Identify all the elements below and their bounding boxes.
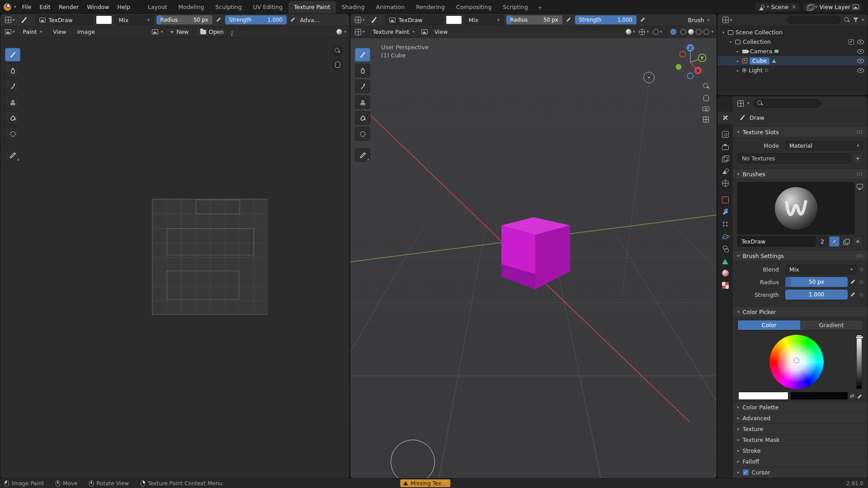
eye-icon[interactable]: [857, 68, 864, 73]
outliner-row-collection[interactable]: ▾ Collection ✓: [717, 37, 868, 47]
radius-slider[interactable]: 50 px: [785, 277, 848, 287]
chevron-down-icon[interactable]: ▾: [14, 5, 16, 9]
tool-smear-button[interactable]: [5, 80, 20, 93]
tool-fill-button[interactable]: [5, 111, 20, 125]
tool-draw-button[interactable]: [355, 48, 370, 61]
tool-smear-button[interactable]: [355, 80, 370, 93]
brush-menu[interactable]: Brush ▾: [684, 15, 713, 25]
secondary-color-swatch[interactable]: [790, 392, 848, 400]
tool-soften-button[interactable]: [355, 64, 370, 77]
display-mode-icon[interactable]: [857, 184, 863, 188]
outliner-row-camera[interactable]: ▸ Camera: [717, 47, 868, 56]
panel-color-palette[interactable]: ▸ Color Palette: [733, 402, 868, 413]
props-tab-tool[interactable]: [717, 112, 733, 124]
tool-mask-button[interactable]: [355, 127, 370, 141]
expand-icon[interactable]: ▸: [736, 59, 740, 63]
props-tab-material[interactable]: [717, 267, 733, 279]
expand-icon[interactable]: ▸: [736, 49, 740, 54]
panel-color-picker-header[interactable]: ▾ Color Picker: [733, 306, 868, 317]
search-icon[interactable]: [844, 17, 850, 23]
props-tab-object[interactable]: [717, 194, 733, 206]
radius-pressure-button[interactable]: [849, 278, 857, 286]
props-tab-scene[interactable]: [717, 165, 733, 177]
workspace-tab-modeling[interactable]: Modeling: [173, 1, 209, 14]
cube-right-face[interactable]: [535, 225, 570, 290]
menu-image[interactable]: Image: [73, 27, 99, 37]
unlink-brush-button[interactable]: ×: [853, 236, 863, 247]
props-tab-constraints[interactable]: [717, 243, 733, 255]
workspace-tab-animation[interactable]: Animation: [370, 1, 410, 14]
brush-datablock-field[interactable]: TexDraw: [35, 15, 93, 25]
light-object-gizmo[interactable]: [643, 72, 655, 83]
menu-help[interactable]: Help: [113, 2, 134, 12]
active-tool-selector-button[interactable]: ▾: [354, 16, 366, 24]
outliner-row-light[interactable]: ▸ Light: [717, 66, 868, 75]
panel-advanced[interactable]: ▸ Advanced: [733, 413, 868, 423]
panel-texture-slots-header[interactable]: ▾ Texture Slots: [733, 127, 868, 137]
menu-window[interactable]: Window: [83, 2, 113, 12]
gizmo-y-label[interactable]: Y: [700, 56, 704, 61]
chevron-down-icon[interactable]: ▾: [747, 101, 750, 105]
menu-edit[interactable]: Edit: [35, 2, 54, 12]
warning-badge[interactable]: Missing Tex...: [400, 479, 451, 487]
strength-pressure-button[interactable]: [849, 291, 857, 298]
editor-type-button[interactable]: ▾: [721, 16, 734, 24]
pan-button[interactable]: [332, 59, 343, 70]
radius-slider[interactable]: Radius 50 px: [156, 15, 212, 24]
fake-user-toggle[interactable]: ✓: [829, 236, 840, 247]
cursor-checkbox[interactable]: ✓: [743, 469, 749, 475]
advanced-section-label[interactable]: Adva...: [299, 16, 321, 24]
tool-draw-button[interactable]: [5, 48, 20, 61]
expand-icon[interactable]: ▾: [728, 40, 733, 44]
value-slider[interactable]: [856, 335, 862, 389]
decorator-icon[interactable]: [860, 281, 863, 284]
expand-icon[interactable]: ▾: [721, 30, 726, 35]
ortho-toggle-button[interactable]: [703, 117, 709, 122]
decorator-icon[interactable]: [860, 268, 863, 271]
tool-fill-button[interactable]: [355, 111, 370, 125]
tool-annotate-button[interactable]: [5, 148, 20, 162]
outliner-row-scene-collection[interactable]: ▾ Scene Collection: [717, 28, 868, 37]
eye-icon[interactable]: [857, 49, 864, 54]
workspace-tab-sculpting[interactable]: Sculpting: [210, 1, 247, 14]
panel-stroke[interactable]: ▸ Stroke: [733, 445, 868, 456]
brush-color-swatch[interactable]: [446, 15, 462, 24]
image-editor-canvas[interactable]: [0, 38, 349, 478]
radius-pressure-button[interactable]: [565, 16, 572, 23]
props-tab-world[interactable]: [717, 177, 733, 189]
visibility-dropdown[interactable]: ▾: [626, 29, 635, 35]
grip-icon[interactable]: [856, 172, 863, 176]
props-tab-output[interactable]: [717, 141, 733, 153]
active-tool-row[interactable]: Draw: [733, 111, 868, 123]
browse-image-icon[interactable]: [152, 29, 158, 34]
expand-icon[interactable]: ▸: [736, 68, 740, 73]
radius-pressure-button[interactable]: [215, 16, 222, 23]
workspace-tab-uv-editing[interactable]: UV Editing: [248, 1, 288, 14]
shading-material-button[interactable]: [696, 29, 702, 35]
properties-editor-icon[interactable]: [737, 100, 744, 107]
brush-name-input[interactable]: [737, 236, 816, 247]
camera-view-button[interactable]: [703, 107, 709, 111]
blend-mode-dropdown[interactable]: Mix ▾: [465, 15, 504, 25]
menu-file[interactable]: File: [18, 2, 36, 12]
tool-mask-button[interactable]: [5, 127, 20, 141]
editor-type-button[interactable]: ▾: [354, 28, 366, 36]
brush-color-swatch[interactable]: [96, 15, 112, 24]
viewport-canvas[interactable]: User Perspective (1) Cube: [350, 38, 717, 478]
strength-slider[interactable]: Strength 1.000: [575, 15, 637, 24]
swap-colors-button[interactable]: ⇄: [850, 393, 854, 399]
strength-slider[interactable]: 1.000: [785, 290, 848, 300]
strength-pressure-button[interactable]: [289, 16, 297, 23]
color-wheel-cursor[interactable]: [794, 358, 799, 363]
duplicate-brush-button[interactable]: [841, 236, 851, 247]
radius-slider[interactable]: Radius 50 px: [506, 15, 562, 24]
workspace-tab-rendering[interactable]: Rendering: [410, 1, 450, 14]
pin-icon[interactable]: [231, 31, 233, 33]
gizmo-z-label[interactable]: Z: [689, 46, 692, 51]
navigation-gizmo[interactable]: Z Y X: [671, 42, 711, 81]
add-texture-slot-button[interactable]: +: [853, 153, 863, 164]
menu-render[interactable]: Render: [55, 2, 83, 12]
props-tab-render[interactable]: [717, 128, 733, 141]
strength-slider[interactable]: Strength 1.000: [225, 15, 287, 24]
blend-dropdown[interactable]: Mix ▾: [785, 265, 857, 274]
